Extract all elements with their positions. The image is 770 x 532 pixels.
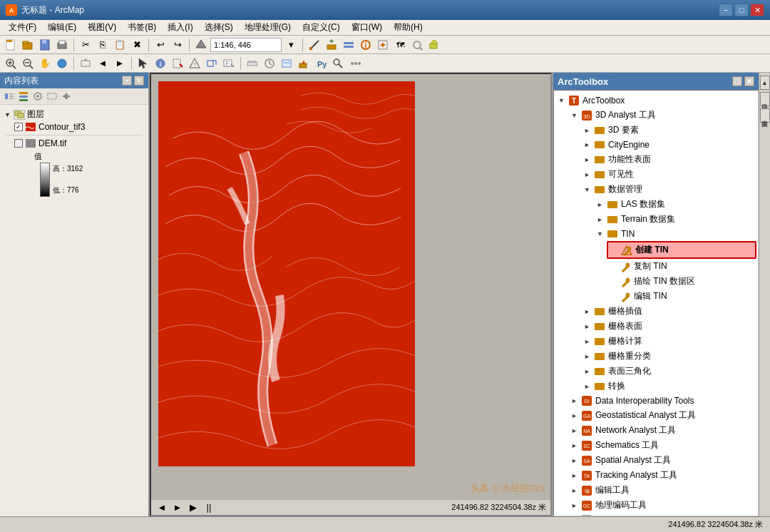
cut-button[interactable]: ✂ [78, 37, 93, 53]
save-button[interactable] [37, 37, 53, 53]
select-features[interactable] [170, 56, 185, 71]
toolbox-controls[interactable]: □ ✕ [732, 76, 754, 86]
minimize-button[interactable]: − [719, 4, 733, 16]
tool6[interactable]: 🗺 [392, 37, 408, 53]
tool-raster-surface[interactable]: ► 栅格表面 [581, 319, 756, 334]
scale-dropdown[interactable]: ▾ [283, 37, 299, 53]
search-btn[interactable] [330, 56, 346, 71]
tool-cityengine[interactable]: ► CityEngine [581, 138, 756, 152]
menu-help[interactable]: 帮助(H) [388, 21, 428, 35]
tool-raster-reclass[interactable]: ► 栅格重分类 [581, 349, 756, 364]
map-scroll-right[interactable]: ► [171, 501, 184, 514]
tool5[interactable] [375, 37, 391, 53]
layer-contour-checkbox[interactable]: ✓ [14, 123, 23, 131]
menu-insert[interactable]: 插入(I) [162, 21, 198, 35]
strip-btn-3[interactable]: 搜索 [760, 108, 770, 123]
menu-geoprocessing[interactable]: 地理处理(G) [239, 21, 297, 35]
tool-tin[interactable]: ▼ TIN [594, 227, 756, 241]
window-controls[interactable]: − □ ✕ [719, 4, 764, 16]
hyperlink-tool[interactable] [204, 56, 220, 71]
tool-3d-analyst[interactable]: ▼ 3D 3D Analyst 工具 [568, 108, 756, 123]
toc-list-by-drawing[interactable] [3, 90, 16, 103]
menu-select[interactable]: 选择(S) [199, 21, 239, 35]
tool-edit-tin[interactable]: 编辑 TIN [607, 289, 756, 304]
toc-layer-dem[interactable]: DEM.tif [13, 138, 145, 149]
time-slider[interactable] [262, 56, 277, 71]
tool-delineate-tin[interactable]: 描绘 TIN 数据区 [607, 274, 756, 289]
tool8[interactable] [426, 37, 442, 53]
tool-data-management[interactable]: ▼ 数据管理 [581, 182, 756, 197]
print-button[interactable] [54, 37, 70, 53]
navigate-button[interactable] [193, 37, 209, 53]
map-area[interactable]: ◄ ► ▶ || 241496.82 3224504.38z 米 头条 @水经注… [150, 73, 552, 516]
tool-editing[interactable]: ► 编 编辑工具 [568, 483, 756, 498]
scale-input[interactable] [210, 38, 282, 52]
paste-button[interactable]: 📋 [112, 37, 128, 53]
tool-network-analyst[interactable]: ► NA Network Analyst 工具 [568, 423, 756, 438]
forward-extent[interactable]: ► [112, 56, 128, 71]
tool-schematics[interactable]: ► SC Schematics 工具 [568, 438, 756, 453]
tool-conversion[interactable]: ► 转换 [581, 379, 756, 394]
map-pause-btn[interactable]: || [202, 501, 215, 514]
toc-list-by-visibility[interactable] [31, 90, 44, 103]
menu-customize[interactable]: 自定义(C) [297, 21, 346, 35]
tool3[interactable] [341, 37, 356, 53]
menu-edit[interactable]: 编辑(E) [42, 21, 82, 35]
menu-file[interactable]: 文件(F) [3, 21, 42, 35]
tool-terrain-dataset[interactable]: ► Terrain 数据集 [594, 212, 756, 227]
zoom-in-button[interactable] [3, 56, 19, 71]
measure-button[interactable] [307, 37, 322, 53]
tool-las-dataset[interactable]: ► LAS 数据集 [594, 197, 756, 212]
tool-3d-feature[interactable]: ► 3D 要素 [581, 123, 756, 138]
copy-button[interactable]: ⎘ [95, 37, 111, 53]
tool4[interactable]: i [358, 37, 374, 53]
tool-raster-math[interactable]: ► 栅格计算 [581, 334, 756, 349]
tool-create-tin[interactable]: 创建 TIN [607, 241, 756, 259]
toolbox-close-btn[interactable]: ✕ [744, 76, 754, 86]
tool-copy-tin[interactable]: 复制 TIN [607, 259, 756, 274]
back-extent[interactable]: ◄ [95, 56, 111, 71]
tool-tracking-analyst[interactable]: ► TA Tracking Analyst 工具 [568, 468, 756, 483]
menu-window[interactable]: 窗口(W) [346, 21, 388, 35]
toc-close-btn[interactable]: ✕ [134, 76, 144, 86]
info-circle[interactable]: i [153, 56, 168, 71]
toc-root-layers[interactable]: ▼ 图层 [3, 108, 145, 121]
select-arrow[interactable] [135, 56, 151, 71]
toc-float-btn[interactable]: ▪ [122, 76, 132, 86]
tool-raster-interpolation[interactable]: ► 栅格插值 [581, 304, 756, 319]
undo-button[interactable]: ↩ [153, 37, 168, 53]
menu-view[interactable]: 视图(V) [82, 21, 122, 35]
delete-button[interactable]: ✖ [129, 37, 145, 53]
tool-data-interop[interactable]: ► DI Data Interoperability Tools [568, 394, 756, 408]
extent-buttons[interactable] [78, 56, 93, 71]
toc-list-by-selection[interactable] [46, 90, 58, 103]
toc-layer-contour[interactable]: ✓ Contour_tif3 [13, 121, 145, 133]
pan-button[interactable]: ✋ [37, 56, 53, 71]
find-tool[interactable]: F [221, 56, 237, 71]
tool-functional-surface[interactable]: ► 功能性表面 [581, 152, 756, 167]
geoprocessing-results[interactable] [279, 56, 294, 71]
open-button[interactable] [20, 37, 36, 53]
editor-btn[interactable] [296, 56, 312, 71]
tool-surface-triangulation[interactable]: ► 表面三角化 [581, 364, 756, 379]
tool-geostatistical[interactable]: ► GA Geostatistical Analyst 工具 [568, 408, 756, 423]
tool-geocoding[interactable]: ► GC 地理编码工具 [568, 498, 756, 513]
strip-btn-1[interactable]: ▲ [760, 76, 770, 90]
toc-list-by-source[interactable] [17, 90, 30, 103]
map-nav-icons[interactable]: ◄ ► ▶ || [155, 501, 215, 514]
redo-button[interactable]: ↪ [170, 37, 185, 53]
toolbox-root[interactable]: ▼ T ArcToolbox [555, 93, 756, 108]
identify-tool[interactable]: ? [187, 56, 202, 71]
measure-tool[interactable] [245, 56, 260, 71]
add-data-button[interactable]: + [324, 37, 339, 53]
toolbox-undock-btn[interactable]: □ [732, 76, 742, 86]
tool-spatial-analyst[interactable]: ► SA Spatial Analyst 工具 [568, 453, 756, 468]
maximize-button[interactable]: □ [734, 4, 749, 16]
toc-controls[interactable]: ▪ ✕ [122, 76, 144, 86]
menu-bookmarks[interactable]: 书签(B) [122, 21, 162, 35]
python-btn[interactable]: Py [313, 56, 329, 71]
toc-options[interactable] [60, 90, 73, 103]
more-tools[interactable] [347, 56, 363, 71]
close-button[interactable]: ✕ [750, 4, 764, 16]
zoom-out-button[interactable] [20, 56, 36, 71]
